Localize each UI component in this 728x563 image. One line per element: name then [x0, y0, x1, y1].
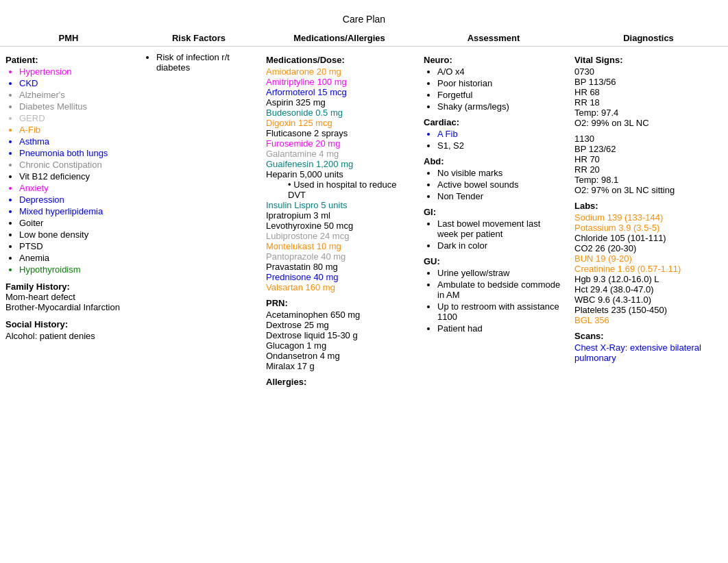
gi-label: GI: [424, 207, 563, 217]
vitals-section: Vital Signs: 0730 BP 113/56 HR 68 RR 18 … [574, 55, 723, 128]
cardiac-label: Cardiac: [424, 117, 563, 127]
header-risk: Risk Factors [137, 33, 260, 43]
meds-item-12: Insulin Lispro 5 units [266, 200, 413, 210]
prn-item-3: Glucagon 1 mg [266, 340, 413, 351]
lab-item-9: Platelets 235 (150-450) [574, 305, 723, 315]
pmh-item-6: Asthma [19, 136, 132, 147]
lab-item-6: Hgb 9.3 (12.0-16.0) L [574, 274, 723, 284]
family-history-label: Family History: [5, 282, 70, 292]
labs-section: Labs: Sodium 139 (133-144)Potassium 3.9 … [574, 201, 723, 325]
pmh-item-14: Low bone density [19, 229, 132, 240]
pmh-item-3: Diabetes Mellitus [19, 101, 132, 112]
meds-item-15: Lubiprostone 24 mcg [266, 231, 413, 241]
pmh-item-12: Mixed hyperlipidemia [19, 206, 132, 216]
prn-item-2: Dextrose liquid 15-30 g [266, 330, 413, 340]
header-assess: Assessment [418, 33, 569, 43]
pmh-item-2: Alzheimer's [19, 90, 132, 100]
meds-item-10: Heparin 5,000 units [266, 169, 413, 179]
pmh-item-7: Pneumonia both lungs [19, 148, 132, 158]
allergies-section: Allergies: [266, 377, 413, 387]
prn-label: PRN: [266, 298, 413, 308]
scans-list: Chest X-Ray: extensive bilateral pulmona… [574, 342, 723, 363]
gu-list: Urine yellow/strawAmbulate to bedside co… [424, 268, 563, 334]
pmh-item-8: Chronic Constipation [19, 160, 132, 170]
family-history-section: Family History: Mom-heart defect Brother… [5, 282, 132, 312]
vitals-rr-2: RR 20 [574, 164, 723, 175]
vitals-bp-1: BP 113/56 [574, 77, 723, 87]
meds-item-6: Fluticasone 2 sprays [266, 128, 413, 138]
gi-list: Last bowel movement last week per patien… [424, 218, 563, 251]
prn-item-1: Dextrose 25 mg [266, 320, 413, 330]
gi-section: GI: Last bowel movement last week per pa… [424, 207, 563, 251]
vitals-o2-2: O2: 97% on 3L NC sitting [574, 185, 723, 195]
meds-item-18: Pravastatin 80 mg [266, 262, 413, 272]
prn-item-5: Miralax 17 g [266, 361, 413, 371]
gi-list-item-1: Dark in color [437, 240, 563, 251]
labs-list: Sodium 139 (133-144)Potassium 3.9 (3.5-5… [574, 212, 723, 325]
pmh-item-5: A-Fib [19, 125, 132, 135]
social-history-section: Social History: Alcohol: patient denies [5, 319, 132, 341]
neuro-list-item-2: Forgetful [437, 90, 563, 100]
vitals-time-1: 0730 [574, 66, 723, 77]
gu-section: GU: Urine yellow/strawAmbulate to bedsid… [424, 256, 563, 334]
meds-item-17: Pantoprazole 40 mg [266, 251, 413, 262]
meds-item-3: Aspirin 325 mg [266, 97, 413, 108]
meds-label: Medications/Dose: [266, 55, 413, 65]
meds-item-13: Ipratropium 3 ml [266, 210, 413, 221]
meds-item-9: Guaifenesin 1,200 mg [266, 159, 413, 169]
header-meds: Medications/Allergies [260, 33, 418, 43]
meds-item-7: Furosemide 20 mg [266, 138, 413, 149]
meds-list: Amiodarone 20 mgAmitriptyline 100 mgArfo… [266, 66, 413, 292]
abd-section: Abd: No visible marksActive bowel sounds… [424, 156, 563, 201]
vitals-temp-2: Temp: 98.1 [574, 175, 723, 185]
abd-list: No visible marksActive bowel soundsNon T… [424, 168, 563, 201]
cardiac-section: Cardiac: A FibS1, S2 [424, 117, 563, 151]
lab-item-8: WBC 9.6 (4.3-11.0) [574, 295, 723, 305]
header-diag: Diagnostics [569, 33, 728, 43]
pmh-item-0: Hypertension [19, 66, 132, 77]
meds-item-0: Amiodarone 20 mg [266, 66, 413, 77]
abd-list-item-1: Active bowel sounds [437, 179, 563, 190]
abd-list-item-2: Non Tender [437, 191, 563, 201]
neuro-list-item-1: Poor historian [437, 78, 563, 88]
gu-list-item-0: Urine yellow/straw [437, 268, 563, 278]
assess-column: Neuro: A/O x4Poor historianForgetfulShak… [418, 52, 569, 387]
meds-item-5: Digoxin 125 mcg [266, 118, 413, 128]
labs-label: Labs: [574, 201, 723, 211]
pmh-list: HypertensionCKDAlzheimer'sDiabetes Melli… [5, 66, 132, 275]
vitals-bp-2: BP 123/62 [574, 144, 723, 154]
pmh-item-17: Hypothyroidism [19, 264, 132, 275]
vitals2-section: 1130 BP 123/62 HR 70 RR 20 Temp: 98.1 O2… [574, 134, 723, 195]
lab-item-3: CO2 26 (20-30) [574, 243, 723, 253]
neuro-list-item-0: A/O x4 [437, 66, 563, 77]
risk-column: Risk of infection r/t diabetes [137, 52, 260, 387]
meds-item-16: Montelukast 10 mg [266, 241, 413, 251]
meds-column: Medications/Dose: Amiodarone 20 mgAmitri… [260, 52, 418, 387]
gu-list-item-3: Patient had [437, 323, 563, 334]
gi-list-item-0: Last bowel movement last week per patien… [437, 218, 563, 239]
page-title: Care Plan [0, 0, 728, 30]
neuro-list: A/O x4Poor historianForgetfulShaky (arms… [424, 66, 563, 112]
cardiac-list: A FibS1, S2 [424, 129, 563, 151]
pmh-item-16: Anemia [19, 253, 132, 263]
scans-label: Scans: [574, 331, 723, 341]
abd-label: Abd: [424, 156, 563, 166]
cardiac-list-item-1: S1, S2 [437, 140, 563, 151]
diag-column: Vital Signs: 0730 BP 113/56 HR 68 RR 18 … [569, 52, 728, 387]
neuro-section: Neuro: A/O x4Poor historianForgetfulShak… [424, 55, 563, 112]
lab-item-2: Chloride 105 (101-111) [574, 233, 723, 243]
gu-list-item-2: Up to restroom with assistance 1100 [437, 301, 563, 322]
pmh-item-10: Anxiety [19, 183, 132, 193]
social-history-label: Social History: [5, 319, 132, 329]
prn-section: PRN: Acetaminophen 650 mgDextrose 25 mgD… [266, 298, 413, 371]
vitals-hr-1: HR 68 [574, 87, 723, 97]
family-history-mom: Mom-heart defect [5, 292, 132, 302]
meds-item-2: Arformoterol 15 mcg [266, 87, 413, 97]
risk-item-0: Risk of infection r/t diabetes [156, 52, 255, 73]
cardiac-list-item-0: A Fib [437, 129, 563, 139]
meds-sub-11: • Used in hospital to reduce DVT [266, 179, 413, 200]
scans-section: Scans: Chest X-Ray: extensive bilateral … [574, 331, 723, 363]
neuro-list-item-3: Shaky (arms/legs) [437, 101, 563, 112]
lab-item-7: Hct 29.4 (38.0-47.0) [574, 284, 723, 295]
meds-item-8: Galantamine 4 mg [266, 149, 413, 159]
